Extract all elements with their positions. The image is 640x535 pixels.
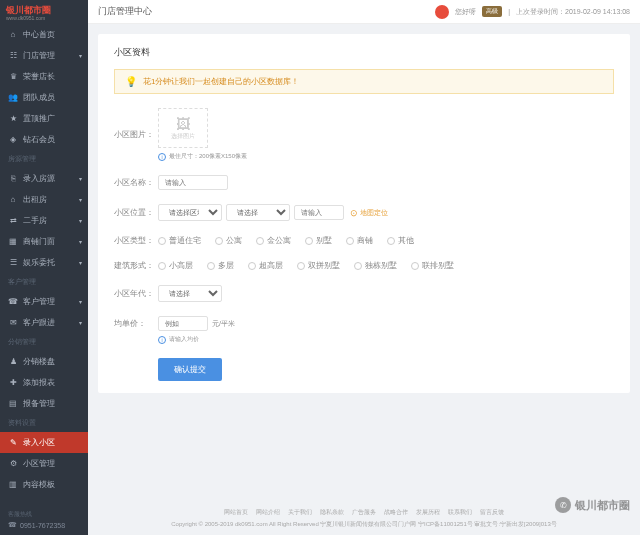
pic-hint: i最佳尺寸：200像素X150像素 (158, 152, 247, 161)
sub-select[interactable]: 请选择 (226, 204, 290, 221)
footer-link[interactable]: 网站首页 (224, 508, 248, 517)
radio-label: 小高层 (169, 260, 193, 271)
radio-icon (305, 237, 313, 245)
footer-link[interactable]: 留言反馈 (480, 508, 504, 517)
footer-link[interactable]: 战略合作 (384, 508, 408, 517)
sidebar-item[interactable]: ⎘录入房源▾ (0, 168, 88, 189)
submit-button[interactable]: 确认提交 (158, 358, 222, 381)
sidebar-item[interactable]: ⌂出租房▾ (0, 189, 88, 210)
menu-label: 娱乐委托 (23, 257, 55, 268)
sidebar-item[interactable]: ♛荣誉店长 (0, 66, 88, 87)
contact-phone: ☎0951-7672358 (8, 521, 80, 529)
footer-link[interactable]: 联系我们 (448, 508, 472, 517)
label-loc: 小区位置： (114, 207, 158, 218)
menu-label: 荣誉店长 (23, 71, 55, 82)
chevron-icon: ▾ (79, 196, 82, 203)
upload-box[interactable]: 🖼 选择图片 (158, 108, 208, 148)
menu-icon: ✉ (8, 318, 18, 328)
menu-label: 客户跟进 (23, 317, 55, 328)
sidebar-item[interactable]: ☷门店管理▾ (0, 45, 88, 66)
menu-label: 商铺门面 (23, 236, 55, 247)
menu-label: 小区管理 (23, 458, 55, 469)
avatar[interactable] (435, 5, 449, 19)
name-input[interactable] (158, 175, 228, 190)
radio-option[interactable]: 普通住宅 (158, 235, 201, 246)
sidebar-item[interactable]: ▤报备管理 (0, 393, 88, 414)
radio-option[interactable]: 商铺 (346, 235, 373, 246)
footer-link[interactable]: 广告服务 (352, 508, 376, 517)
sidebar-footer: 客服热线 ☎0951-7672358 (0, 504, 88, 535)
menu-header: 资料设置 (0, 414, 88, 432)
radio-icon (411, 262, 419, 270)
tip-text: 花1分钟让我们一起创建自己的小区数据库！ (143, 76, 299, 87)
menu-label: 门店管理 (23, 50, 55, 61)
sidebar-item[interactable]: ◈钻石会员 (0, 129, 88, 150)
label-build: 建筑形式： (114, 260, 158, 271)
menu-icon: ♟ (8, 357, 18, 367)
sidebar-item[interactable]: ⇄二手房▾ (0, 210, 88, 231)
label-year: 小区年代： (114, 288, 158, 299)
sidebar-item[interactable]: ✚添加报表 (0, 372, 88, 393)
sidebar-item[interactable]: ⌂中心首页 (0, 24, 88, 45)
map-locate[interactable]: 地图定位 (360, 208, 388, 218)
contact-header: 客服热线 (8, 510, 80, 519)
sidebar-item[interactable]: ★置顶推广 (0, 108, 88, 129)
footer-link[interactable]: 网站介绍 (256, 508, 280, 517)
radio-option[interactable]: 双拼别墅 (297, 260, 340, 271)
radio-icon (215, 237, 223, 245)
sidebar-item[interactable]: ▦商铺门面▾ (0, 231, 88, 252)
sidebar-item[interactable]: ☎客户管理▾ (0, 291, 88, 312)
menu-label: 报备管理 (23, 398, 55, 409)
menu-icon: ★ (8, 114, 18, 124)
label-name: 小区名称： (114, 177, 158, 188)
year-select[interactable]: 请选择 (158, 285, 222, 302)
radio-label: 双拼别墅 (308, 260, 340, 271)
region-select[interactable]: 请选择区域 (158, 204, 222, 221)
footer-link[interactable]: 关于我们 (288, 508, 312, 517)
radio-label: 商铺 (357, 235, 373, 246)
menu-header: 房源管理 (0, 150, 88, 168)
radio-icon (354, 262, 362, 270)
menu-icon: ⎘ (8, 174, 18, 184)
greeting: 您好呀 (455, 7, 476, 17)
menu-label: 录入房源 (23, 173, 55, 184)
wechat-icon: ✆ (555, 497, 571, 513)
radio-option[interactable]: 超高层 (248, 260, 283, 271)
label-type: 小区类型： (114, 235, 158, 246)
map-icon[interactable]: ⊙ (350, 208, 358, 218)
radio-option[interactable]: 小高层 (158, 260, 193, 271)
phone-icon: ☎ (8, 521, 17, 529)
menu-label: 二手房 (23, 215, 47, 226)
sidebar-item[interactable]: ☰娱乐委托▾ (0, 252, 88, 273)
sidebar-item[interactable]: ♟分销楼盘 (0, 351, 88, 372)
radio-label: 公寓 (226, 235, 242, 246)
footer-link[interactable]: 隐私条款 (320, 508, 344, 517)
radio-option[interactable]: 联排别墅 (411, 260, 454, 271)
radio-option[interactable]: 多层 (207, 260, 234, 271)
menu-icon: ☎ (8, 297, 18, 307)
menu-icon: ⚙ (8, 459, 18, 469)
sidebar-item[interactable]: ▥内容模板 (0, 474, 88, 495)
radio-option[interactable]: 独栋别墅 (354, 260, 397, 271)
radio-label: 别墅 (316, 235, 332, 246)
radio-option[interactable]: 其他 (387, 235, 414, 246)
menu-icon: ⌂ (8, 30, 18, 40)
radio-option[interactable]: 公寓 (215, 235, 242, 246)
radio-option[interactable]: 金公寓 (256, 235, 291, 246)
top-bar: 门店管理中心 您好呀 高级 | 上次登录时间：2019-02-09 14:13:… (88, 0, 640, 24)
radio-option[interactable]: 别墅 (305, 235, 332, 246)
image-icon: 🖼 (176, 116, 190, 132)
upload-text: 选择图片 (171, 132, 195, 141)
menu-icon: ⌂ (8, 195, 18, 205)
loc-input[interactable] (294, 205, 344, 220)
sidebar-item[interactable]: 👥团队成员 (0, 87, 88, 108)
sidebar-item[interactable]: ⚙小区管理 (0, 453, 88, 474)
footer-link[interactable]: 发展历程 (416, 508, 440, 517)
radio-label: 其他 (398, 235, 414, 246)
chevron-icon: ▾ (79, 217, 82, 224)
sidebar-item[interactable]: ✎录入小区 (0, 432, 88, 453)
price-input[interactable] (158, 316, 208, 331)
menu-header: 分销管理 (0, 333, 88, 351)
radio-label: 普通住宅 (169, 235, 201, 246)
sidebar-item[interactable]: ✉客户跟进▾ (0, 312, 88, 333)
